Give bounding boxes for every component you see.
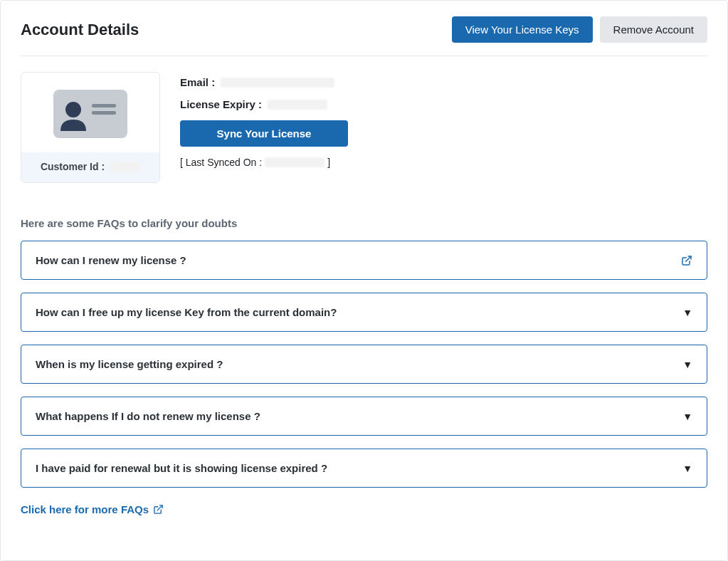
svg-rect-3: [92, 111, 116, 115]
faq-item-no-renew[interactable]: What happens If I do not renew my licens…: [21, 397, 707, 436]
license-expiry-label: License Expiry :: [180, 98, 262, 110]
chevron-down-icon: ▼: [682, 359, 692, 370]
chevron-down-icon: ▼: [682, 463, 692, 474]
account-row: Customer Id : Email : License Expiry : S…: [21, 56, 707, 183]
view-license-keys-button[interactable]: View Your License Keys: [452, 16, 593, 43]
email-label: Email :: [180, 76, 215, 88]
page-title: Account Details: [21, 21, 139, 39]
faq-intro: Here are some FAQs to clarify your doubt…: [21, 217, 707, 229]
svg-line-4: [686, 256, 691, 261]
external-link-icon: [681, 255, 692, 266]
external-link-icon: [153, 504, 164, 515]
id-card-icon: [21, 73, 159, 152]
faq-question: How can I renew my license ?: [36, 254, 186, 266]
faq-question: How can I free up my license Key from th…: [36, 306, 337, 318]
more-faqs-link[interactable]: Click here for more FAQs: [21, 503, 164, 515]
faq-item-renew-license[interactable]: How can I renew my license ?: [21, 241, 707, 280]
faq-item-license-expiry-date[interactable]: When is my license getting expired ? ▼: [21, 345, 707, 384]
license-expiry-row: License Expiry :: [180, 98, 348, 110]
chevron-down-icon: ▼: [682, 307, 692, 318]
email-value: [221, 78, 334, 88]
faq-list: How can I renew my license ? How can I f…: [21, 241, 707, 488]
customer-id-row: Customer Id :: [21, 152, 159, 182]
email-row: Email :: [180, 76, 348, 88]
faq-question: When is my license getting expired ?: [36, 358, 223, 370]
last-synced-value: [265, 157, 325, 167]
last-synced-suffix: ]: [327, 157, 330, 168]
faq-question: What happens If I do not renew my licens…: [36, 410, 260, 422]
faq-item-paid-but-expired[interactable]: I have paid for renewal but it is showin…: [21, 449, 707, 488]
customer-id-value: [109, 162, 140, 172]
customer-id-card: Customer Id :: [21, 72, 160, 183]
faq-question: I have paid for renewal but it is showin…: [36, 462, 327, 474]
remove-account-button[interactable]: Remove Account: [600, 16, 707, 43]
license-expiry-value: [268, 100, 327, 110]
svg-line-5: [157, 505, 162, 510]
header-row: Account Details View Your License Keys R…: [21, 16, 707, 56]
last-synced-row: [ Last Synced On : ]: [180, 157, 348, 168]
account-details-column: Email : License Expiry : Sync Your Licen…: [180, 72, 348, 183]
more-faqs-label: Click here for more FAQs: [21, 503, 149, 515]
chevron-down-icon: ▼: [682, 411, 692, 422]
svg-point-1: [65, 102, 81, 117]
sync-license-button[interactable]: Sync Your License: [180, 120, 348, 147]
svg-rect-2: [92, 104, 116, 108]
faq-item-free-license-key[interactable]: How can I free up my license Key from th…: [21, 293, 707, 332]
header-buttons: View Your License Keys Remove Account: [452, 16, 707, 43]
account-details-panel: Account Details View Your License Keys R…: [0, 0, 728, 561]
customer-id-label: Customer Id :: [41, 161, 105, 172]
last-synced-prefix: [ Last Synced On :: [180, 157, 262, 168]
